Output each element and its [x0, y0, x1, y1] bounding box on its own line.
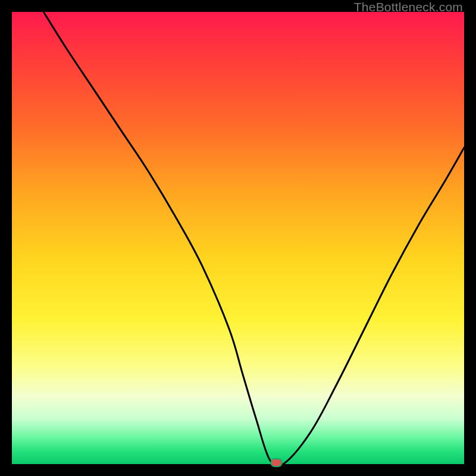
- chart-frame: TheBottleneck.com: [0, 0, 476, 476]
- bottleneck-curve-svg: [12, 12, 464, 464]
- watermark-text: TheBottleneck.com: [354, 0, 463, 14]
- minimum-marker: [271, 459, 282, 466]
- bottleneck-curve-path: [43, 12, 464, 467]
- plot-area: [12, 12, 464, 464]
